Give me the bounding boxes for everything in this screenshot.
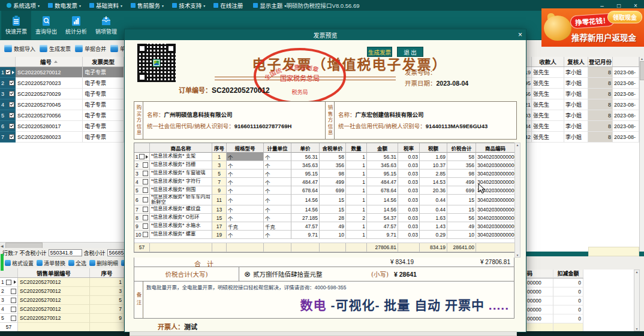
deduct-vscrollbar[interactable]: ▲ ▼: [634, 270, 640, 331]
row-checkbox[interactable]: [11, 307, 16, 312]
sub-toolbar-button[interactable]: 生成发票: [38, 45, 73, 53]
cell-rate[interactable]: 0.03: [398, 153, 420, 161]
menu-item[interactable]: 系统选项 ▾: [2, 0, 44, 11]
table-row[interactable]: 00000 0: [526, 279, 583, 287]
cell-date[interactable]: 2023-08-: [613, 121, 639, 132]
row-checkbox[interactable]: [9, 80, 14, 86]
row-checkbox[interactable]: [5, 69, 11, 75]
col-header-code[interactable]: 商品编码: [476, 143, 515, 153]
cell-sale-code[interactable]: SC202205270012: [18, 287, 90, 296]
cell-spec[interactable]: 个: [227, 231, 264, 239]
row-header[interactable]: 5: [0, 110, 16, 121]
grid-vscrollbar[interactable]: ▲ ▼: [514, 143, 520, 258]
cell-rate[interactable]: 0.03: [398, 186, 420, 195]
row-checkbox[interactable]: [143, 215, 148, 220]
scroll-up-icon[interactable]: ▲: [640, 57, 643, 60]
row-checkbox[interactable]: [9, 134, 14, 140]
table-row[interactable]: 3 SC202205270012 5: [0, 296, 124, 305]
cell-deduct-amount[interactable]: 0: [553, 314, 583, 323]
cell-qty[interactable]: 1: [346, 153, 367, 161]
cell-tprice[interactable]: 58: [320, 153, 346, 161]
cell-xh[interactable]: 1: [90, 278, 124, 287]
cell-amount[interactable]: 56.31: [367, 153, 398, 161]
cell-amount[interactable]: 54.37: [367, 214, 398, 222]
table-row[interactable]: 19 张先生 李小姐 8 2023-08-: [526, 67, 644, 78]
cell-reviewer[interactable]: 李小姐: [564, 99, 588, 110]
cell-price[interactable]: 14.56: [291, 195, 320, 205]
cell-price[interactable]: 95.15: [291, 169, 320, 178]
cell-code-tail[interactable]: 00000: [526, 296, 553, 305]
menu-item[interactable]: 在线注册: [209, 0, 249, 11]
corner-header[interactable]: [0, 57, 16, 66]
cell-unit[interactable]: 个: [264, 161, 291, 169]
cell-amount-tail[interactable]: 84: [526, 121, 532, 132]
menu-item[interactable]: 售前服务 ▾: [127, 0, 168, 11]
cell-order-code[interactable]: SC202205270029: [16, 89, 83, 99]
row-header[interactable]: 1: [134, 153, 150, 161]
col-header-price[interactable]: 单价: [291, 143, 320, 153]
table-row[interactable]: 4 SC202205270045 电子专票: [0, 99, 124, 110]
cell-amount[interactable]: 9.71: [367, 231, 398, 239]
cell-amount[interactable]: 345.63: [367, 161, 398, 169]
row-checkbox[interactable]: [11, 316, 16, 321]
cell-invoice-type[interactable]: 电子专票: [83, 78, 124, 89]
cell-name[interactable]: *信息技术服务* 字符行: [150, 178, 212, 186]
cell-rate[interactable]: 0.03: [398, 231, 420, 239]
cell-tprice[interactable]: 699: [320, 186, 346, 195]
col-header-payee[interactable]: 收款人: [532, 57, 564, 66]
table-row[interactable]: 00000 0: [526, 305, 583, 314]
row-header[interactable]: 8: [134, 214, 150, 222]
cell-tax[interactable]: 2.85: [420, 169, 447, 178]
cell-name[interactable]: *信息技术服务* 螺纹盘: [150, 205, 212, 214]
row-checkbox[interactable]: [143, 187, 148, 193]
cell-reviewer[interactable]: 李小姐: [564, 67, 588, 78]
cell-amount-tail[interactable]: 95: [526, 78, 532, 89]
cell-invoice-type[interactable]: 电子专票: [83, 121, 124, 132]
cell-invoice-type[interactable]: 电子专票: [83, 89, 124, 99]
cell-month[interactable]: 8: [588, 110, 613, 121]
cell-deduct-amount[interactable]: 0: [553, 279, 583, 287]
item-row[interactable]: 5 *信息技术服务* 侧围 9 个 个 678.64 699 1 678.64 …: [134, 186, 515, 195]
cell-tprice[interactable]: 98: [320, 169, 346, 178]
claim-cash-button[interactable]: 领取现金: [607, 11, 642, 23]
detail-tool-button[interactable]: 格式设置: [5, 259, 34, 267]
cell-tax[interactable]: 0.44: [420, 205, 447, 214]
col-header-qty[interactable]: 数量: [346, 143, 367, 153]
cell-order-code[interactable]: SC202205280023: [16, 132, 83, 143]
cell-spec[interactable]: 个: [227, 178, 264, 186]
item-row[interactable]: 9 *信息技术服务* 水箱水 17 千克 千克 47.57 49 1 47.57…: [134, 222, 515, 231]
cell-spec[interactable]: 个: [227, 186, 264, 195]
cell-spec[interactable]: 个: [227, 153, 264, 161]
cell-spec[interactable]: 个: [227, 214, 264, 222]
row-checkbox[interactable]: [9, 102, 14, 107]
cell-month[interactable]: 8: [588, 121, 613, 132]
cell-price[interactable]: 678.64: [291, 186, 320, 195]
cell-date[interactable]: 2023-08-: [613, 110, 639, 121]
promo-banner[interactable]: 挣零花钱！ 领取现金 推荐新用户返现金: [541, 8, 644, 47]
row-header[interactable]: 1: [0, 278, 18, 287]
cell-name[interactable]: *信息技术服务* 水箱水: [150, 222, 212, 231]
cell-spec[interactable]: 个: [227, 205, 264, 214]
cell-xh[interactable]: 9: [90, 314, 124, 323]
cell-price[interactable]: 14.56: [291, 205, 320, 214]
cell-tax[interactable]: 1.43: [420, 222, 447, 231]
cell-qty[interactable]: 1: [346, 231, 367, 239]
cell-xh[interactable]: 3: [212, 161, 227, 169]
cell-code-tail[interactable]: 00000: [526, 287, 553, 296]
cell-deduct-amount[interactable]: 0: [553, 305, 583, 314]
cell-name[interactable]: *信息技术服务* 支架: [150, 153, 212, 161]
row-header[interactable]: 3: [134, 169, 150, 178]
col-header-cut[interactable]: [526, 57, 532, 66]
cell-unit[interactable]: 个: [264, 169, 291, 178]
cell-total[interactable]: 15: [447, 195, 476, 205]
row-checkbox[interactable]: [11, 298, 16, 303]
quick-invoice-button[interactable]: 快速开票: [1, 11, 31, 40]
scroll-down-icon[interactable]: ▼: [516, 253, 519, 257]
cell-tax[interactable]: 1.63: [420, 214, 447, 222]
cell-qty[interactable]: 1: [346, 222, 367, 231]
cell-reviewer[interactable]: 李小姐: [564, 132, 588, 143]
cell-code[interactable]: 30402030000000000: [476, 222, 515, 231]
cell-deduct-amount[interactable]: 0: [553, 287, 583, 296]
cell-payee[interactable]: 张先生: [532, 132, 564, 143]
cell-amount-tail[interactable]: 19: [526, 67, 532, 78]
